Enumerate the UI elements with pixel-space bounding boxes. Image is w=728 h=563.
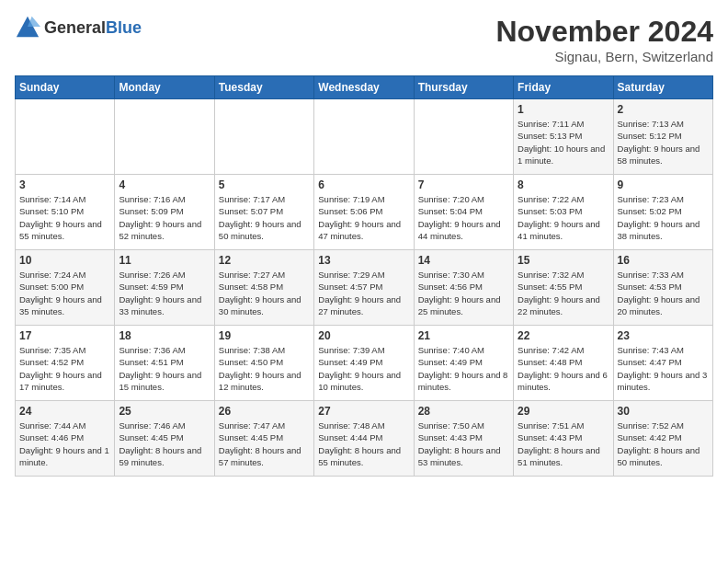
day-number: 20 xyxy=(318,329,409,342)
calendar-cell: 20Sunrise: 7:39 AMSunset: 4:49 PMDayligh… xyxy=(314,326,414,401)
day-info: Sunrise: 7:11 AMSunset: 5:13 PMDaylight:… xyxy=(518,118,609,167)
logo-general: General xyxy=(44,18,106,37)
calendar-cell: 27Sunrise: 7:48 AMSunset: 4:44 PMDayligh… xyxy=(314,401,414,477)
calendar-cell: 21Sunrise: 7:40 AMSunset: 4:49 PMDayligh… xyxy=(414,326,513,401)
day-info: Sunrise: 7:29 AMSunset: 4:57 PMDaylight:… xyxy=(318,269,409,317)
day-info: Sunrise: 7:40 AMSunset: 4:49 PMDaylight:… xyxy=(418,344,509,393)
day-number: 1 xyxy=(518,103,609,116)
calendar-cell: 14Sunrise: 7:30 AMSunset: 4:56 PMDayligh… xyxy=(414,250,513,326)
page-header: GeneralBlue November 2024 Signau, Bern, … xyxy=(15,15,713,64)
day-number: 10 xyxy=(19,254,110,267)
col-sunday: Sunday xyxy=(16,76,115,99)
day-info: Sunrise: 7:19 AMSunset: 5:06 PMDaylight:… xyxy=(318,193,409,242)
calendar-cell: 6Sunrise: 7:19 AMSunset: 5:06 PMDaylight… xyxy=(314,175,414,250)
day-info: Sunrise: 7:26 AMSunset: 4:59 PMDaylight:… xyxy=(119,269,210,317)
calendar-table: Sunday Monday Tuesday Wednesday Thursday… xyxy=(15,75,713,477)
col-friday: Friday xyxy=(514,76,613,99)
day-info: Sunrise: 7:51 AMSunset: 4:43 PMDaylight:… xyxy=(518,419,609,468)
calendar-cell xyxy=(115,99,214,175)
day-info: Sunrise: 7:17 AMSunset: 5:07 PMDaylight:… xyxy=(219,193,310,242)
day-info: Sunrise: 7:50 AMSunset: 4:43 PMDaylight:… xyxy=(418,419,509,468)
day-info: Sunrise: 7:14 AMSunset: 5:10 PMDaylight:… xyxy=(19,193,110,242)
day-info: Sunrise: 7:47 AMSunset: 4:45 PMDaylight:… xyxy=(219,419,310,468)
day-number: 11 xyxy=(119,254,210,267)
day-info: Sunrise: 7:39 AMSunset: 4:49 PMDaylight:… xyxy=(318,344,409,393)
day-number: 7 xyxy=(418,178,509,191)
day-info: Sunrise: 7:35 AMSunset: 4:52 PMDaylight:… xyxy=(19,344,110,393)
day-info: Sunrise: 7:43 AMSunset: 4:47 PMDaylight:… xyxy=(618,344,709,393)
calendar-row-3: 17Sunrise: 7:35 AMSunset: 4:52 PMDayligh… xyxy=(16,326,713,401)
calendar-cell: 4Sunrise: 7:16 AMSunset: 5:09 PMDaylight… xyxy=(115,175,214,250)
calendar-row-2: 10Sunrise: 7:24 AMSunset: 5:00 PMDayligh… xyxy=(16,250,713,326)
day-number: 13 xyxy=(318,254,409,267)
calendar-cell: 12Sunrise: 7:27 AMSunset: 4:58 PMDayligh… xyxy=(214,250,313,326)
calendar-cell: 28Sunrise: 7:50 AMSunset: 4:43 PMDayligh… xyxy=(414,401,513,477)
calendar-cell xyxy=(214,99,313,175)
day-info: Sunrise: 7:20 AMSunset: 5:04 PMDaylight:… xyxy=(418,193,509,242)
day-info: Sunrise: 7:32 AMSunset: 4:55 PMDaylight:… xyxy=(518,269,609,317)
day-number: 21 xyxy=(418,329,509,342)
calendar-cell: 8Sunrise: 7:22 AMSunset: 5:03 PMDaylight… xyxy=(514,175,613,250)
day-number: 12 xyxy=(219,254,310,267)
day-number: 9 xyxy=(618,178,709,191)
calendar-cell xyxy=(16,99,115,175)
day-number: 18 xyxy=(119,329,210,342)
day-number: 17 xyxy=(19,329,110,342)
day-number: 2 xyxy=(618,103,709,116)
calendar-cell: 15Sunrise: 7:32 AMSunset: 4:55 PMDayligh… xyxy=(514,250,613,326)
day-info: Sunrise: 7:27 AMSunset: 4:58 PMDaylight:… xyxy=(219,269,310,317)
day-number: 24 xyxy=(19,405,110,418)
day-number: 3 xyxy=(19,178,110,191)
day-info: Sunrise: 7:46 AMSunset: 4:45 PMDaylight:… xyxy=(119,419,210,468)
col-thursday: Thursday xyxy=(414,76,513,99)
calendar-cell: 3Sunrise: 7:14 AMSunset: 5:10 PMDaylight… xyxy=(16,175,115,250)
col-monday: Monday xyxy=(115,76,214,99)
calendar-row-4: 24Sunrise: 7:44 AMSunset: 4:46 PMDayligh… xyxy=(16,401,713,477)
calendar-cell: 5Sunrise: 7:17 AMSunset: 5:07 PMDaylight… xyxy=(214,175,313,250)
calendar-cell: 22Sunrise: 7:42 AMSunset: 4:48 PMDayligh… xyxy=(514,326,613,401)
day-number: 4 xyxy=(119,178,210,191)
col-saturday: Saturday xyxy=(613,76,712,99)
day-number: 8 xyxy=(518,178,609,191)
day-number: 26 xyxy=(219,405,310,418)
calendar-cell: 1Sunrise: 7:11 AMSunset: 5:13 PMDaylight… xyxy=(514,99,613,175)
calendar-cell: 30Sunrise: 7:52 AMSunset: 4:42 PMDayligh… xyxy=(613,401,712,477)
day-number: 22 xyxy=(518,329,609,342)
day-info: Sunrise: 7:22 AMSunset: 5:03 PMDaylight:… xyxy=(518,193,609,242)
calendar-row-0: 1Sunrise: 7:11 AMSunset: 5:13 PMDaylight… xyxy=(16,99,713,175)
calendar-cell: 18Sunrise: 7:36 AMSunset: 4:51 PMDayligh… xyxy=(115,326,214,401)
calendar-cell: 25Sunrise: 7:46 AMSunset: 4:45 PMDayligh… xyxy=(115,401,214,477)
day-number: 19 xyxy=(219,329,310,342)
day-number: 30 xyxy=(618,405,709,418)
calendar-cell: 16Sunrise: 7:33 AMSunset: 4:53 PMDayligh… xyxy=(613,250,712,326)
day-number: 29 xyxy=(518,405,609,418)
day-number: 27 xyxy=(318,405,409,418)
day-info: Sunrise: 7:33 AMSunset: 4:53 PMDaylight:… xyxy=(618,269,709,317)
day-number: 14 xyxy=(418,254,509,267)
calendar-cell: 10Sunrise: 7:24 AMSunset: 5:00 PMDayligh… xyxy=(16,250,115,326)
header-row: Sunday Monday Tuesday Wednesday Thursday… xyxy=(16,76,713,99)
day-info: Sunrise: 7:42 AMSunset: 4:48 PMDaylight:… xyxy=(518,344,609,393)
day-info: Sunrise: 7:30 AMSunset: 4:56 PMDaylight:… xyxy=(418,269,509,317)
day-info: Sunrise: 7:36 AMSunset: 4:51 PMDaylight:… xyxy=(119,344,210,393)
day-info: Sunrise: 7:13 AMSunset: 5:12 PMDaylight:… xyxy=(618,118,709,167)
day-info: Sunrise: 7:23 AMSunset: 5:02 PMDaylight:… xyxy=(618,193,709,242)
calendar-row-1: 3Sunrise: 7:14 AMSunset: 5:10 PMDaylight… xyxy=(16,175,713,250)
subtitle: Signau, Bern, Switzerland xyxy=(495,49,713,64)
day-number: 6 xyxy=(318,178,409,191)
day-info: Sunrise: 7:16 AMSunset: 5:09 PMDaylight:… xyxy=(119,193,210,242)
day-info: Sunrise: 7:44 AMSunset: 4:46 PMDaylight:… xyxy=(19,419,110,468)
logo-blue: Blue xyxy=(106,18,142,37)
day-number: 23 xyxy=(618,329,709,342)
calendar-cell: 13Sunrise: 7:29 AMSunset: 4:57 PMDayligh… xyxy=(314,250,414,326)
calendar-cell: 7Sunrise: 7:20 AMSunset: 5:04 PMDaylight… xyxy=(414,175,513,250)
day-info: Sunrise: 7:52 AMSunset: 4:42 PMDaylight:… xyxy=(618,419,709,468)
calendar-cell: 24Sunrise: 7:44 AMSunset: 4:46 PMDayligh… xyxy=(16,401,115,477)
calendar-cell: 9Sunrise: 7:23 AMSunset: 5:02 PMDaylight… xyxy=(613,175,712,250)
main-title: November 2024 xyxy=(495,15,713,49)
day-number: 28 xyxy=(418,405,509,418)
day-number: 25 xyxy=(119,405,210,418)
calendar-cell: 29Sunrise: 7:51 AMSunset: 4:43 PMDayligh… xyxy=(514,401,613,477)
col-tuesday: Tuesday xyxy=(214,76,313,99)
day-number: 5 xyxy=(219,178,310,191)
